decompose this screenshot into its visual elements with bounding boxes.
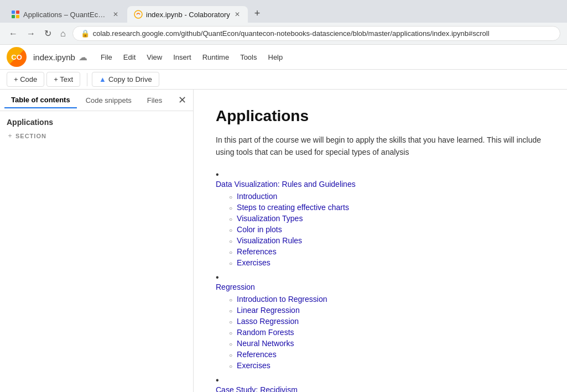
list-item: References [229, 350, 545, 359]
menu-edit[interactable]: Edit [119, 51, 140, 64]
link-exercises-1[interactable]: Exercises [237, 258, 271, 267]
subsection-list: Introduction Steps to creating effective… [216, 192, 545, 267]
code-toolbar: + Code + Text ▲ Copy to Drive [0, 70, 567, 90]
svg-rect-2 [12, 15, 15, 18]
link-linear-regression[interactable]: Linear Regression [237, 306, 300, 315]
section-link-case-study[interactable]: Case Study: Recidivism [216, 385, 298, 392]
link-references-1[interactable]: References [237, 247, 277, 256]
page-intro: In this part of the course we will begin… [216, 134, 545, 159]
toc-applications-heading: Applications [7, 118, 186, 127]
refresh-button[interactable]: ↻ [42, 26, 54, 41]
list-item: Introduction [229, 192, 545, 201]
section-link-data-viz[interactable]: Data Visualization: Rules and Guidelines [216, 180, 356, 189]
link-lasso-regression[interactable]: Lasso Regression [237, 317, 299, 326]
page-title: Applications [216, 107, 545, 125]
colab-logo-text: CO [11, 53, 22, 61]
list-item: Color in plots [229, 225, 545, 234]
link-exercises-2[interactable]: Exercises [237, 361, 271, 370]
link-viz-rules[interactable]: Visualization Rules [237, 236, 302, 245]
list-item: Exercises [229, 361, 545, 370]
tab-colab-close[interactable]: ✕ [233, 9, 241, 19]
menu-tools[interactable]: Tools [236, 51, 261, 64]
link-viz-types[interactable]: Visualization Types [237, 214, 303, 223]
sidebar-close-button[interactable]: ✕ [176, 92, 189, 108]
section-expand-icon[interactable]: ＋ [7, 131, 13, 140]
list-item: Random Forests [229, 328, 545, 337]
colab-toolbar: CO index.ipynb ☁ File Edit View Insert R… [0, 45, 567, 70]
list-item: Linear Regression [229, 306, 545, 315]
colab-notebook-name: index.ipynb ☁ [33, 52, 87, 62]
list-item: Lasso Regression [229, 317, 545, 326]
main-layout: Table of contents Code snippets Files ✕ … [0, 90, 567, 392]
link-intro-regression[interactable]: Introduction to Regression [237, 295, 327, 304]
tab-code-snippets[interactable]: Code snippets [79, 93, 138, 108]
url-text: colab.research.google.com/github/QuantEc… [93, 29, 552, 38]
new-tab-button[interactable]: + [249, 4, 266, 23]
link-references-2[interactable]: References [237, 350, 277, 359]
add-code-button[interactable]: + Code [7, 72, 44, 87]
forward-button[interactable]: → [24, 27, 38, 41]
list-item: Introduction to Regression [229, 295, 545, 304]
link-neural-networks[interactable]: Neural Networks [237, 339, 294, 348]
colab-logo[interactable]: CO [7, 47, 27, 67]
quantecon-favicon [11, 10, 20, 19]
menu-help[interactable]: Help [264, 51, 288, 64]
tab-colab-title: index.ipynb - Colaboratory [146, 11, 230, 19]
lock-icon: 🔒 [81, 29, 90, 38]
section-link-regression[interactable]: Regression [216, 283, 255, 291]
menu-runtime[interactable]: Runtime [198, 51, 233, 64]
list-item: References [229, 247, 545, 256]
back-button[interactable]: ← [7, 27, 20, 41]
link-steps-creating[interactable]: Steps to creating effective charts [237, 203, 349, 212]
notebook-content: Applications In this part of the course … [194, 90, 567, 392]
address-bar[interactable]: 🔒 colab.research.google.com/github/Quant… [72, 26, 560, 41]
menu-view[interactable]: View [142, 51, 167, 64]
drive-icon: ▲ [99, 75, 106, 83]
add-text-button[interactable]: + Text [46, 72, 80, 87]
tab-quantecon[interactable]: Applications – QuantEcon Dat... ✕ [4, 6, 126, 23]
link-random-forests[interactable]: Random Forests [237, 328, 294, 337]
cloud-icon: ☁ [79, 52, 87, 62]
list-item: Exercises [229, 258, 545, 267]
notebook-inner: Applications In this part of the course … [194, 90, 567, 392]
link-introduction[interactable]: Introduction [237, 192, 277, 201]
colab-menu: File Edit View Insert Runtime Tools Help [96, 51, 287, 64]
tab-quantecon-title: Applications – QuantEcon Dat... [23, 11, 108, 19]
menu-file[interactable]: File [96, 51, 117, 64]
toolbar-separator [87, 73, 87, 86]
tab-files[interactable]: Files [141, 93, 169, 108]
list-item: Data Visualization: Rules and Guidelines… [216, 170, 545, 267]
copy-drive-label: Copy to Drive [108, 75, 152, 83]
home-button[interactable]: ⌂ [58, 27, 68, 41]
list-item: Visualization Types [229, 214, 545, 223]
list-item: Case Study: Recidivism Introduction to R… [216, 375, 545, 392]
link-color-plots[interactable]: Color in plots [237, 225, 282, 234]
toc-list: Data Visualization: Rules and Guidelines… [216, 170, 545, 392]
list-item: Regression Introduction to Regression Li… [216, 273, 545, 370]
svg-rect-0 [12, 11, 15, 14]
copy-to-drive-button[interactable]: ▲ Copy to Drive [92, 72, 159, 87]
address-bar-row: ← → ↻ ⌂ 🔒 colab.research.google.com/gith… [0, 23, 567, 44]
list-item: Neural Networks [229, 339, 545, 348]
tab-colab[interactable]: index.ipynb - Colaboratory ✕ [127, 6, 248, 23]
tab-quantecon-close[interactable]: ✕ [112, 9, 119, 19]
sidebar-tab-bar: Table of contents Code snippets Files ✕ [0, 90, 193, 111]
subsection-list: Introduction to Regression Linear Regres… [216, 295, 545, 370]
browser-chrome: Applications – QuantEcon Dat... ✕ index.… [0, 0, 567, 45]
colab-favicon [134, 10, 143, 19]
sidebar: Table of contents Code snippets Files ✕ … [0, 90, 194, 392]
svg-point-4 [134, 11, 142, 18]
menu-insert[interactable]: Insert [169, 51, 196, 64]
tab-bar: Applications – QuantEcon Dat... ✕ index.… [0, 0, 567, 23]
list-item: Steps to creating effective charts [229, 203, 545, 212]
tab-table-of-contents[interactable]: Table of contents [4, 92, 77, 108]
list-item: Visualization Rules [229, 236, 545, 245]
notebook-title[interactable]: index.ipynb [33, 53, 75, 62]
svg-rect-1 [16, 11, 19, 14]
sidebar-content: Applications ＋ SECTION [0, 111, 193, 392]
svg-rect-3 [16, 15, 19, 18]
toc-section-row: ＋ SECTION [7, 131, 186, 140]
colab-logo-circle: CO [7, 47, 27, 67]
section-label: SECTION [15, 133, 46, 139]
